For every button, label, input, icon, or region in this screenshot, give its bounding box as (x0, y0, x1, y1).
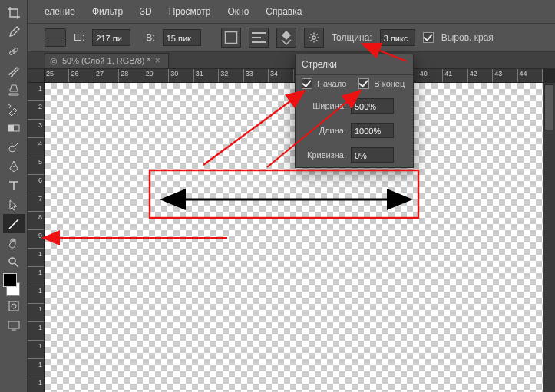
type-tool-icon[interactable] (3, 176, 25, 195)
ruler-tick: 1 (28, 377, 44, 392)
ruler-tick: 25 (45, 69, 69, 83)
canvas[interactable] (45, 83, 543, 392)
start-label: Начало (317, 79, 346, 88)
panel-title: Стрелки (296, 54, 413, 75)
ruler-tick: 2 (28, 101, 44, 120)
svg-marker-12 (387, 189, 413, 210)
arrowheads-panel: Стрелки Начало В конец Ширина: 500% Длин… (295, 54, 414, 168)
screenmode-icon[interactable] (3, 315, 25, 334)
width-label: Ш: (74, 32, 84, 43)
foreground-swatch[interactable] (3, 273, 17, 287)
align-icon[interactable] (249, 28, 269, 48)
path-select-tool-icon[interactable] (3, 195, 25, 214)
options-bar: Ш: 217 пи В: 15 пик Толщина: 3 пикс Выро… (0, 23, 555, 52)
end-label: В конец (374, 79, 405, 88)
arrange-icon[interactable] (276, 28, 296, 48)
ruler-tick: 6 (28, 175, 44, 193)
svg-rect-0 (225, 32, 236, 44)
line-tool-icon[interactable] (3, 214, 25, 233)
width-input[interactable]: 217 пи (92, 29, 130, 46)
menu-item[interactable]: Окно (227, 6, 249, 17)
zoom-tool-icon[interactable] (3, 252, 25, 272)
start-checkbox[interactable] (302, 78, 312, 89)
ruler-tick: 41 (443, 69, 467, 83)
ruler-tick: 29 (144, 69, 169, 83)
ruler-tick: 30 (169, 69, 193, 83)
svg-point-18 (9, 146, 15, 152)
ruler-tick: 1 (28, 359, 44, 377)
ruler-tick: 1 (28, 341, 44, 359)
align-edges-label: Выров. края (441, 32, 494, 43)
svg-rect-24 (9, 301, 18, 311)
align-edges-checkbox[interactable] (423, 32, 434, 43)
svg-rect-17 (8, 125, 14, 131)
ruler-tick: 26 (69, 69, 94, 83)
stamp-tool-icon[interactable] (3, 80, 25, 99)
ruler-tick: 33 (244, 69, 269, 83)
svg-point-25 (12, 304, 16, 308)
brush-tool-icon[interactable] (3, 61, 25, 80)
ruler-tick: 1 (28, 267, 44, 285)
menu-item[interactable]: Фильтр (92, 6, 123, 17)
svg-line-9 (310, 40, 311, 41)
arrow-width-input[interactable]: 500% (351, 98, 394, 114)
ruler-tick: 40 (418, 69, 443, 83)
arrow-length-input[interactable]: 1000% (351, 123, 394, 138)
arrow-width-label: Ширина: (302, 101, 346, 110)
thickness-label: Толщина: (332, 32, 372, 43)
horizontal-ruler[interactable]: 2526272829303132333435363738394041424344 (45, 69, 543, 83)
svg-marker-11 (160, 189, 186, 210)
document-tabs: ◎ 50% (Слой 1, RGB/8) * × (0, 52, 555, 69)
ruler-tick: 27 (94, 69, 119, 83)
menu-item[interactable]: Справка (266, 6, 302, 17)
height-input[interactable]: 15 пик (163, 29, 201, 46)
gradient-tool-icon[interactable] (3, 118, 25, 137)
ruler-tick: 5 (28, 156, 44, 175)
thickness-input[interactable]: 3 пикс (380, 29, 415, 46)
document-tab[interactable]: ◎ 50% (Слой 1, RGB/8) * × (45, 53, 169, 68)
ruler-tick: 9 (28, 230, 44, 249)
ruler-tick: 44 (518, 69, 543, 83)
menu-item[interactable]: 3D (140, 6, 151, 17)
ruler-tick: 1 (28, 249, 44, 267)
vertical-scrollbar[interactable] (543, 83, 555, 392)
scroll-thumb[interactable] (544, 84, 553, 130)
eyedropper-tool-icon[interactable] (3, 22, 25, 41)
ruler-tick: 28 (119, 69, 144, 83)
ruler-tick: 4 (28, 138, 44, 156)
close-icon[interactable]: × (155, 55, 160, 66)
quickmask-icon[interactable] (3, 296, 25, 315)
svg-point-20 (13, 166, 15, 167)
ruler-tick: 43 (493, 69, 517, 83)
stroke-preview[interactable] (45, 28, 66, 47)
svg-line-7 (316, 40, 317, 41)
doc-icon: ◎ (50, 56, 58, 66)
svg-line-8 (316, 34, 317, 35)
history-brush-tool-icon[interactable] (3, 99, 25, 118)
ruler-corner (28, 69, 45, 83)
ruler-tick: 1 (28, 322, 44, 341)
ruler-tick: 42 (468, 69, 493, 83)
pen-tool-icon[interactable] (3, 156, 25, 176)
arrow-concavity-input[interactable]: 0% (351, 147, 394, 163)
healing-tool-icon[interactable] (3, 41, 25, 61)
color-swatches[interactable] (3, 273, 25, 296)
crop-tool-icon[interactable] (3, 3, 25, 22)
workspace: 2526272829303132333435363738394041424344… (28, 69, 555, 392)
ruler-tick: 31 (194, 69, 219, 83)
ruler-tick: 3 (28, 120, 44, 138)
vertical-ruler[interactable]: 123456789111111111 (28, 83, 45, 392)
end-checkbox[interactable] (358, 78, 369, 89)
hand-tool-icon[interactable] (3, 233, 25, 252)
gear-icon[interactable] (304, 28, 324, 48)
dodge-tool-icon[interactable] (3, 137, 25, 156)
path-mode-icon[interactable] (221, 28, 241, 48)
menu-item[interactable]: Просмотр (169, 6, 211, 17)
menu-bar: еление Фильтр 3D Просмотр Окно Справка (0, 0, 555, 23)
ruler-tick: 8 (28, 212, 44, 230)
menu-item[interactable]: еление (45, 6, 75, 17)
ruler-tick: 1 (28, 304, 44, 322)
ruler-tick: 7 (28, 193, 44, 212)
svg-point-1 (312, 36, 315, 39)
ruler-tick: 32 (219, 69, 243, 83)
